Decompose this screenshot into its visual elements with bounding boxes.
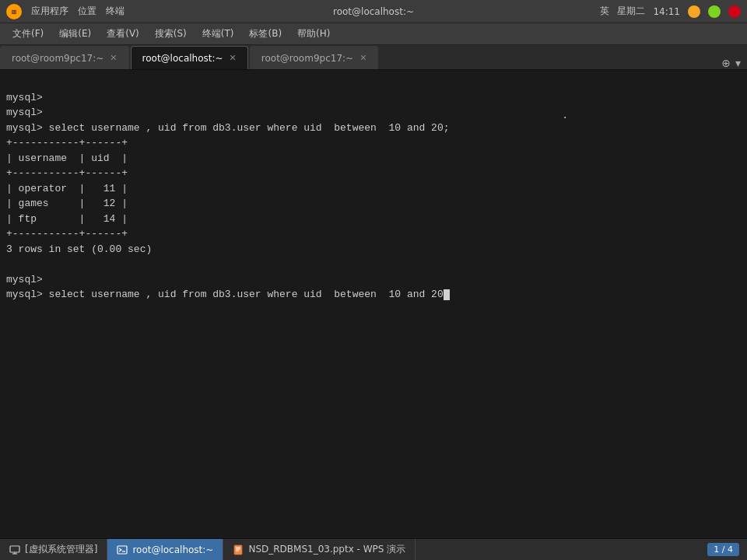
titlebar-title: root@localhost:~ xyxy=(333,6,414,17)
terminal-icon xyxy=(117,544,128,555)
tab-1-close[interactable]: ✕ xyxy=(230,53,237,63)
line-12: mysql> xyxy=(6,274,43,285)
tabbar: root@room9pc17:~ ✕ root@localhost:~ ✕ ro… xyxy=(0,45,747,70)
sys-lang: 英 xyxy=(600,5,609,18)
line-1: mysql> xyxy=(6,107,43,118)
menubar: 文件(F) 编辑(E) 查看(V) 搜索(S) 终端(T) 标签(B) 帮助(H… xyxy=(0,23,747,45)
line-4: | username | uid | xyxy=(6,152,128,164)
terminal-dot: . xyxy=(562,109,568,121)
titlebar-left: ⊞ 应用程序 位置 终端 xyxy=(6,4,124,19)
tab-0[interactable]: root@room9pc17:~ ✕ xyxy=(0,46,129,69)
tab-1-label: root@localhost:~ xyxy=(142,53,223,64)
terminal-cursor xyxy=(444,289,450,300)
svg-rect-7 xyxy=(234,545,242,555)
menu-terminal[interactable]: 终端(T) xyxy=(196,25,240,43)
tab-extra: ⊕ ▾ xyxy=(721,57,747,69)
svg-text:⊞: ⊞ xyxy=(12,9,17,16)
menu-file[interactable]: 文件(F) xyxy=(6,25,50,43)
close-button[interactable] xyxy=(728,5,741,18)
line-8: | ftp | 14 | xyxy=(6,213,128,225)
taskbar-terminal-label: root@localhost:~ xyxy=(132,544,213,555)
titlebar: ⊞ 应用程序 位置 终端 root@localhost:~ 英 星期二 14:1… xyxy=(0,0,747,23)
line-7: | games | 12 | xyxy=(6,198,128,209)
menu-help[interactable]: 帮助(H) xyxy=(291,25,336,43)
menu-location[interactable]: 位置 xyxy=(78,5,96,18)
tab-2-label: root@room9pc17:~ xyxy=(261,53,353,64)
svg-rect-2 xyxy=(10,546,19,552)
maximize-button[interactable] xyxy=(708,5,721,18)
taskbar-item-terminal[interactable]: root@localhost:~ xyxy=(107,539,223,561)
line-6: | operator | 11 | xyxy=(6,183,128,194)
taskbar-right: 1 / 4 xyxy=(707,543,747,556)
taskbar-item-wps[interactable]: NSD_RDBMS1_03.pptx - WPS 演示 xyxy=(223,539,416,561)
taskbar-vm-label: [虚拟系统管理器] xyxy=(25,543,97,556)
menu-app[interactable]: 应用程序 xyxy=(31,5,68,18)
taskbar-wps-label: NSD_RDBMS1_03.pptx - WPS 演示 xyxy=(248,543,405,556)
taskbar: [虚拟系统管理器] root@localhost:~ NSD_RDBMS1_03… xyxy=(0,538,747,560)
page-indicator: 1 / 4 xyxy=(707,543,739,556)
minimize-button[interactable] xyxy=(688,5,700,18)
tab-0-label: root@room9pc17:~ xyxy=(12,53,103,64)
app-icon: ⊞ xyxy=(6,4,22,19)
sys-day: 星期二 xyxy=(617,5,645,18)
line-9: +-----------+------+ xyxy=(6,228,128,240)
titlebar-right: 英 星期二 14:11 xyxy=(600,5,741,18)
tab-0-close[interactable]: ✕ xyxy=(110,53,117,63)
line-0: mysql> xyxy=(6,92,43,103)
menu-tabs[interactable]: 标签(B) xyxy=(243,25,288,43)
menu-edit[interactable]: 编辑(E) xyxy=(53,25,97,43)
tab-1[interactable]: root@localhost:~ ✕ xyxy=(131,46,248,69)
terminal[interactable]: mysql> mysql> mysql> select username , u… xyxy=(0,70,747,538)
line-2: mysql> select username , uid from db3.us… xyxy=(6,122,450,134)
line-5: +-----------+------+ xyxy=(6,167,128,179)
tab-2[interactable]: root@room9pc17:~ ✕ xyxy=(250,46,379,69)
tab-new-btn[interactable]: ⊕ xyxy=(721,57,731,69)
line-3: +-----------+------+ xyxy=(6,137,128,149)
taskbar-item-vm[interactable]: [虚拟系统管理器] xyxy=(0,539,107,561)
menu-view[interactable]: 查看(V) xyxy=(100,25,146,43)
line-13: mysql> select username , uid from db3.us… xyxy=(6,289,450,300)
sys-time: 14:11 xyxy=(653,6,680,17)
menu-terminal[interactable]: 终端 xyxy=(106,5,124,18)
vm-icon xyxy=(9,544,20,555)
tab-2-close[interactable]: ✕ xyxy=(359,53,366,63)
line-10: 3 rows in set (0.00 sec) xyxy=(6,243,152,255)
menu-search[interactable]: 搜索(S) xyxy=(149,25,193,43)
wps-icon xyxy=(233,544,244,555)
tab-dropdown-btn[interactable]: ▾ xyxy=(735,57,741,69)
